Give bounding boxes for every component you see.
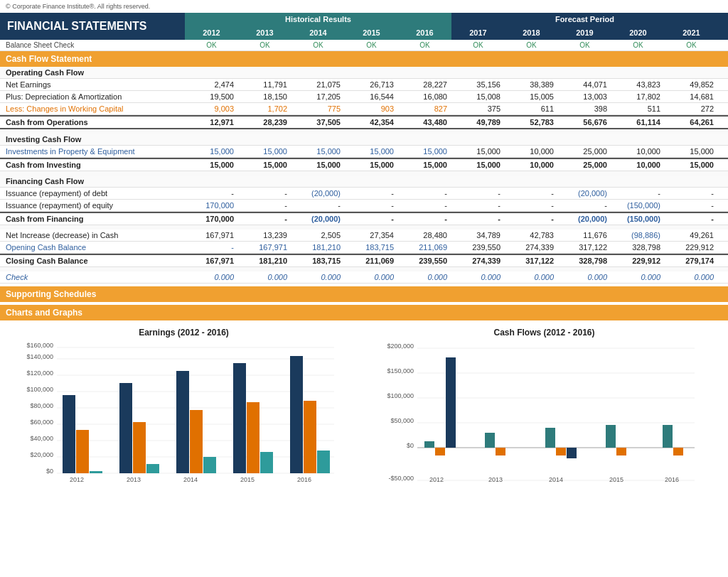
svg-text:$20,000: $20,000	[30, 451, 53, 458]
fin-2012-bar	[446, 357, 456, 448]
op-2015-bar	[606, 425, 616, 448]
financing-cf-label-row: Financing Cash Flow	[0, 176, 728, 188]
issuance-equity-row: Issuance (repayment) of equity 170,000 -…	[0, 200, 728, 212]
bc-2018: OK	[505, 41, 558, 49]
cash-flow-section-header: Cash Flow Statement	[0, 51, 728, 67]
svg-text:$200,000: $200,000	[387, 343, 414, 350]
ne-2019: 44,071	[558, 79, 611, 90]
svg-text:$50,000: $50,000	[390, 417, 414, 424]
rev-2014-bar	[176, 371, 189, 473]
gp-2014-bar	[190, 410, 203, 473]
svg-text:-$50,000: -$50,000	[388, 475, 414, 482]
inv-2014-bar	[556, 448, 566, 455]
bc-2014: OK	[291, 41, 345, 49]
rev-2012-bar	[63, 395, 75, 473]
wc-row: Less: Changes in Working Capital 9,003 1…	[0, 103, 728, 115]
ne-2017: 35,156	[451, 79, 505, 90]
svg-text:2015: 2015	[240, 476, 255, 483]
balance-check-label: Balance Sheet Check	[0, 40, 185, 50]
svg-text:2012: 2012	[70, 476, 84, 483]
investing-cf-label-row: Investing Cash Flow	[0, 134, 728, 146]
ne-2014: 21,075	[291, 79, 345, 90]
svg-text:$140,000: $140,000	[26, 353, 53, 360]
svg-text:$160,000: $160,000	[26, 342, 53, 349]
ebt-2014-bar	[203, 457, 216, 473]
svg-text:2012: 2012	[429, 476, 444, 483]
svg-text:2014: 2014	[549, 476, 563, 483]
gp-2016-bar	[304, 401, 316, 473]
investing-cf-label: Investing Cash Flow	[0, 134, 185, 145]
svg-text:$80,000: $80,000	[30, 402, 53, 409]
net-earnings-row: Net Earnings 2,474 11,791 21,075 26,713 …	[0, 79, 728, 91]
ebt-2016-bar	[317, 451, 330, 473]
ne-2020: 43,823	[611, 79, 665, 90]
net-earnings-label: Net Earnings	[0, 79, 185, 90]
ppe-label: Investments in Property & Equipment	[0, 146, 185, 157]
ne-2018: 38,389	[505, 79, 558, 90]
op-empty	[185, 71, 238, 74]
wc-label: Less: Changes in Working Capital	[0, 103, 185, 114]
da-row: Plus: Depreciation & Amortization 19,500…	[0, 91, 728, 103]
historical-label: Historical Results	[185, 13, 451, 26]
ppe-row: Investments in Property & Equipment 15,0…	[0, 146, 728, 158]
bc-2013: OK	[238, 41, 291, 49]
operating-cf-label: Operating Cash Flow	[0, 67, 185, 78]
year-2019: 2019	[558, 26, 611, 40]
year-2013: 2013	[238, 26, 291, 40]
bc-2017: OK	[451, 41, 505, 49]
cash-from-investing-label: Cash from Investing	[0, 159, 185, 171]
issuance-debt-label: Issuance (repayment) of debt	[0, 188, 185, 199]
bc-2016: OK	[398, 41, 451, 49]
charts-row: Earnings (2012 - 2016) $0 $20,000 $40,00…	[0, 320, 728, 492]
ne-2013: 11,791	[238, 79, 291, 90]
inv-2016-bar	[673, 448, 683, 455]
svg-text:2013: 2013	[127, 476, 141, 483]
opening-cash-label: Opening Cash Balance	[0, 242, 185, 253]
svg-text:$100,000: $100,000	[387, 392, 414, 399]
cash-from-ops-row: Cash from Operations 12,971 28,239 37,50…	[0, 115, 728, 129]
header-row: FINANCIAL STATEMENTS Historical Results …	[0, 13, 728, 40]
charts-graphs-header: Charts and Graphs	[0, 305, 728, 320]
fin-2014-bar	[567, 448, 577, 458]
year-2020: 2020	[611, 26, 665, 40]
inv-2015-bar	[616, 448, 626, 455]
op-2012-bar	[424, 441, 434, 448]
earnings-chart: Earnings (2012 - 2016) $0 $20,000 $40,00…	[14, 328, 353, 485]
bc-2019: OK	[558, 41, 611, 49]
svg-text:$0: $0	[46, 468, 53, 475]
ebt-2012-bar	[90, 471, 102, 473]
ebt-2013-bar	[146, 464, 159, 473]
svg-text:2013: 2013	[488, 476, 503, 483]
svg-text:$60,000: $60,000	[30, 419, 53, 426]
cash-from-investing-row: Cash from Investing 15,000 15,000 15,000…	[0, 158, 728, 171]
year-2014: 2014	[291, 26, 345, 40]
cashflows-chart-title: Cash Flows (2012 - 2016)	[375, 328, 714, 338]
earnings-chart-title: Earnings (2012 - 2016)	[14, 328, 353, 338]
net-increase-cash-label: Net Increase (decrease) in Cash	[0, 230, 185, 241]
op-2014-bar	[545, 428, 555, 448]
rev-2015-bar	[233, 363, 246, 473]
svg-text:$120,000: $120,000	[26, 370, 53, 377]
year-2017: 2017	[451, 26, 505, 40]
ebt-2015-bar	[260, 452, 273, 473]
cash-from-financing-label: Cash from Financing	[0, 213, 185, 225]
bc-2021: OK	[665, 41, 718, 49]
gp-2012-bar	[76, 430, 89, 473]
forecast-label: Forecast Period	[451, 13, 718, 26]
copyright: © Corporate Finance Institute®. All righ…	[0, 0, 728, 13]
svg-text:2016: 2016	[297, 476, 311, 483]
bc-2012: OK	[185, 41, 238, 49]
op-2013-bar	[485, 433, 495, 448]
cashflows-svg: -$50,000 $0 $50,000 $100,000 $150,000 $2…	[375, 342, 702, 484]
ne-2016: 28,227	[398, 79, 451, 90]
header-title: FINANCIAL STATEMENTS	[0, 13, 185, 40]
rev-2016-bar	[290, 356, 303, 473]
earnings-svg: $0 $20,000 $40,000 $60,000 $80,000 $100,…	[14, 342, 341, 484]
check-label: Check	[0, 271, 185, 283]
operating-cf-label-row: Operating Cash Flow	[0, 67, 728, 79]
year-2016: 2016	[398, 26, 451, 40]
svg-text:$0: $0	[407, 442, 414, 449]
ne-2021: 49,852	[665, 79, 718, 90]
gp-2013-bar	[133, 422, 146, 473]
svg-text:2015: 2015	[609, 476, 623, 483]
